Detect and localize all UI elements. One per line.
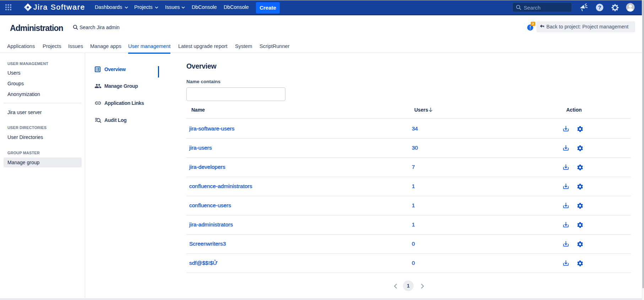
svg-text:?: ?	[598, 4, 601, 10]
